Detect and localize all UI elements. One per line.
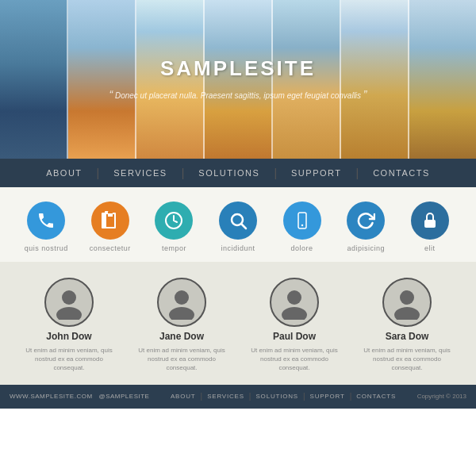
service-item-3[interactable]: incididunt (208, 202, 269, 252)
footer-nav-about[interactable]: ABOUT (166, 393, 201, 400)
nav-support[interactable]: SUPPORT (277, 168, 355, 178)
service-icon-refresh (347, 202, 385, 240)
footer-nav-contacts[interactable]: CONTACTS (351, 393, 401, 400)
service-label-4: dolore (291, 244, 313, 252)
avatar-paul (270, 278, 319, 327)
services-icons: quis nostrud consectetur tempor incididu… (16, 202, 460, 252)
service-item-0[interactable]: quis nostrud (16, 202, 77, 252)
hero-subtitle-text: Donec ut placerat nulla. Praesent sagitt… (115, 91, 361, 100)
member-name-3: Sara Dow (386, 331, 429, 342)
svg-point-13 (394, 307, 420, 320)
services-section: quis nostrud consectetur tempor incididu… (0, 187, 476, 262)
svg-line-2 (242, 225, 247, 229)
service-label-0: quis nostrud (25, 244, 68, 252)
footer-copyright: Copyright © 2013 (417, 393, 466, 400)
team-member-0: John Dow Ut enim ad minim veniam, quis n… (16, 278, 122, 373)
team-members: John Dow Ut enim ad minim veniam, quis n… (16, 278, 460, 373)
team-member-1: Jane Dow Ut enim ad minim veniam, quis n… (129, 278, 235, 373)
service-item-6[interactable]: elit (399, 202, 460, 252)
service-label-5: adipisicing (347, 244, 385, 252)
service-icon-book (91, 202, 129, 240)
service-label-2: tempor (162, 244, 186, 252)
avatar-sara (382, 278, 432, 327)
member-desc-3: Ut enim ad minim veniam, quis nostrud ex… (363, 346, 451, 373)
svg-point-12 (400, 290, 414, 305)
service-icon-phone (27, 202, 65, 240)
service-item-5[interactable]: adipisicing (336, 202, 397, 252)
service-icon-search (219, 202, 257, 240)
footer-social[interactable]: @SAMPLESITE (99, 393, 150, 400)
footer-url[interactable]: WWW.SAMPLESITE.COM (10, 393, 93, 400)
member-name-0: John Dow (46, 331, 91, 342)
team-section: John Dow Ut enim ad minim veniam, quis n… (0, 262, 476, 385)
team-member-3: Sara Dow Ut enim ad minim veniam, quis n… (354, 278, 460, 373)
svg-rect-5 (424, 220, 436, 228)
hero-subtitle: “ Donec ut placerat nulla. Praesent sagi… (109, 87, 367, 103)
footer-nav-solutions[interactable]: SOLUTIONS (251, 393, 302, 400)
footer-left: WWW.SAMPLESITE.COM @SAMPLESITE (10, 393, 149, 400)
member-desc-1: Ut enim ad minim veniam, quis nostrud ex… (138, 346, 225, 373)
avatar-john (44, 278, 94, 327)
svg-point-9 (169, 307, 194, 320)
member-desc-2: Ut enim ad minim veniam, quis nostrud ex… (251, 346, 338, 373)
team-member-2: Paul Dow Ut enim ad minim veniam, quis n… (241, 278, 347, 373)
main-nav: ABOUT | SERVICES | SOLUTIONS | SUPPORT |… (0, 159, 476, 187)
footer-nav: ABOUT | SERVICES | SOLUTIONS | SUPPORT |… (166, 392, 401, 401)
member-name-2: Paul Dow (273, 331, 316, 342)
member-name-1: Jane Dow (159, 331, 204, 342)
service-label-1: consectetur (90, 244, 131, 252)
svg-point-8 (175, 290, 189, 305)
svg-point-10 (287, 290, 301, 305)
nav-solutions[interactable]: SOLUTIONS (184, 168, 274, 178)
service-item-2[interactable]: tempor (144, 202, 205, 252)
nav-contacts[interactable]: CONTACTS (359, 168, 444, 178)
footer: WWW.SAMPLESITE.COM @SAMPLESITE ABOUT | S… (0, 385, 476, 409)
svg-point-7 (56, 307, 82, 320)
hero-overlay: SAMPLESITE “ Donec ut placerat nulla. Pr… (0, 0, 476, 159)
service-icon-lock (411, 202, 449, 240)
service-icon-clock (155, 202, 193, 240)
nav-about[interactable]: ABOUT (32, 168, 96, 178)
service-icon-mobile (283, 202, 321, 240)
site-title: SAMPLESITE (160, 56, 316, 81)
service-item-4[interactable]: dolore (271, 202, 332, 252)
service-label-6: elit (424, 244, 436, 252)
service-item-1[interactable]: consectetur (80, 202, 141, 252)
quote-close: ” (363, 88, 367, 101)
svg-point-6 (62, 290, 76, 305)
svg-point-11 (282, 307, 307, 320)
quote-open: “ (109, 88, 113, 101)
avatar-jane (157, 278, 206, 327)
footer-nav-support[interactable]: SUPPORT (305, 393, 350, 400)
service-label-3: incididunt (221, 244, 255, 252)
hero-section: SAMPLESITE “ Donec ut placerat nulla. Pr… (0, 0, 476, 159)
footer-nav-services[interactable]: SERVICES (202, 393, 249, 400)
member-desc-0: Ut enim ad minim veniam, quis nostrud ex… (25, 346, 113, 373)
nav-services[interactable]: SERVICES (99, 168, 181, 178)
